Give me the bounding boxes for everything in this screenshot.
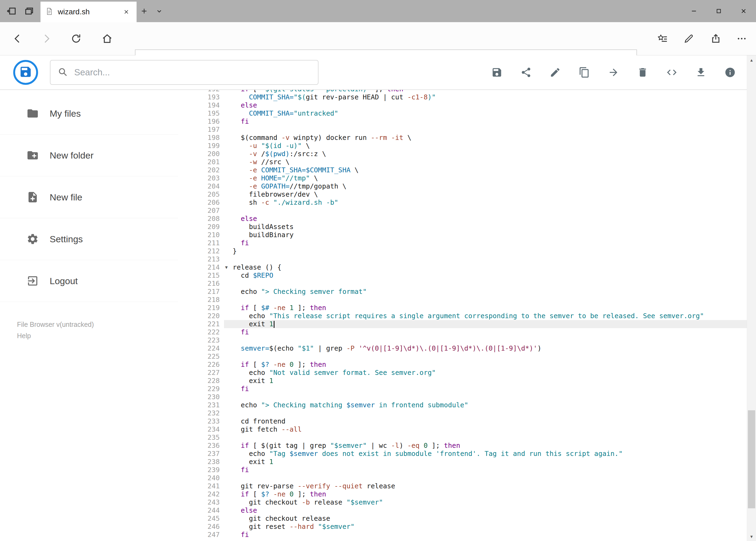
scroll-up-arrow-icon[interactable]: ▲ <box>747 55 756 65</box>
code-line-215[interactable]: 215 cd $REPO <box>178 271 747 279</box>
code-line-243[interactable]: 243 git checkout -b release "$semver" <box>178 498 747 506</box>
code-line-201[interactable]: 201 -w //src \ <box>178 158 747 166</box>
maximize-button[interactable] <box>706 0 731 22</box>
code-line-220[interactable]: 220 echo "This release script requires a… <box>178 312 747 320</box>
code-line-242[interactable]: 242 if [ $? -ne 0 ]; then <box>178 490 747 498</box>
code-line-219[interactable]: 219 if [ $# -ne 1 ]; then <box>178 304 747 312</box>
code-line-244[interactable]: 244 else <box>178 506 747 515</box>
save-icon[interactable] <box>488 60 506 85</box>
edit-icon[interactable] <box>547 60 564 85</box>
code-line-199[interactable]: 199 -u "$(id -u)" \ <box>178 142 747 150</box>
code-line-227[interactable]: 227 echo "Not valid semver format. See s… <box>178 369 747 377</box>
code-line-196[interactable]: 196 fi <box>178 118 747 126</box>
code-line-195[interactable]: 195 COMMIT_SHA="untracked" <box>178 109 747 118</box>
annotate-pen-icon[interactable] <box>681 31 697 47</box>
move-icon[interactable] <box>605 60 622 85</box>
code-line-223[interactable]: 223 <box>178 336 747 344</box>
code-line-214[interactable]: 214▾release () { <box>178 264 747 271</box>
share-page-icon[interactable] <box>708 31 724 47</box>
fold-marker-icon[interactable]: ▾ <box>225 264 228 271</box>
code-line-197[interactable]: 197 <box>178 126 747 134</box>
help-link[interactable]: Help <box>17 330 94 341</box>
refresh-button[interactable] <box>68 31 84 47</box>
code-line-238[interactable]: 238 exit 1 <box>178 458 747 466</box>
code-line-207[interactable]: 207 <box>178 207 747 215</box>
delete-icon[interactable] <box>634 60 651 85</box>
code-editor[interactable]: 192 if [ "$(git status --porcelain)" ]; … <box>178 90 747 541</box>
code-text: fi <box>224 466 747 474</box>
search-box[interactable] <box>50 60 319 85</box>
tab-close-icon[interactable] <box>121 6 132 17</box>
browser-tab[interactable]: wizard.sh <box>41 2 136 22</box>
code-line-229[interactable]: 229 fi <box>178 385 747 393</box>
code-line-203[interactable]: 203 -e HOME="//tmp" \ <box>178 174 747 182</box>
code-line-235[interactable]: 235 <box>178 433 747 442</box>
code-line-202[interactable]: 202 -e COMMIT_SHA=$COMMIT_SHA \ <box>178 166 747 174</box>
code-line-236[interactable]: 236 if [ $(git tag | grep "$semver" | wc… <box>178 442 747 450</box>
code-line-213[interactable]: 213 <box>178 255 747 264</box>
code-line-234[interactable]: 234 git fetch --all <box>178 425 747 433</box>
code-line-206[interactable]: 206 sh -c "./wizard.sh -b" <box>178 199 747 207</box>
code-line-233[interactable]: 233 cd frontend <box>178 417 747 425</box>
code-line-226[interactable]: 226 if [ $? -ne 0 ]; then <box>178 360 747 369</box>
code-line-192[interactable]: 192 if [ "$(git status --porcelain)" ]; … <box>178 90 747 93</box>
code-line-218[interactable]: 218 <box>178 296 747 304</box>
code-line-228[interactable]: 228 exit 1 <box>178 377 747 385</box>
code-line-247[interactable]: 247 fi <box>178 531 747 539</box>
set-tabs-aside-icon[interactable] <box>4 4 19 19</box>
sidebar-item-my-files[interactable]: My files <box>0 93 178 135</box>
download-icon[interactable] <box>692 60 710 85</box>
code-line-193[interactable]: 193 COMMIT_SHA="$(git rev-parse HEAD | c… <box>178 93 747 101</box>
sidebar-item-settings[interactable]: Settings <box>0 218 178 260</box>
sidebar-item-new-folder[interactable]: New folder <box>0 135 178 176</box>
info-icon[interactable] <box>721 60 739 85</box>
more-options-icon[interactable] <box>734 31 750 47</box>
code-line-246[interactable]: 246 git reset --hard "$semver" <box>178 523 747 531</box>
code-line-241[interactable]: 241 git rev-parse --verify --quiet relea… <box>178 482 747 490</box>
code-line-200[interactable]: 200 -v /$(pwd):/src:z \ <box>178 150 747 158</box>
share-icon[interactable] <box>517 60 535 85</box>
code-line-208[interactable]: 208 else <box>178 215 747 223</box>
page-scrollbar[interactable]: ▲ ▼ <box>747 55 756 541</box>
forward-button[interactable] <box>38 31 55 47</box>
search-input[interactable] <box>74 67 311 78</box>
code-line-239[interactable]: 239 fi <box>178 466 747 474</box>
code-line-240[interactable]: 240 <box>178 474 747 482</box>
copy-icon[interactable] <box>576 60 593 85</box>
code-line-198[interactable]: 198 $(command -v winpty) docker run --rm… <box>178 134 747 142</box>
code-line-211[interactable]: 211 fi <box>178 239 747 247</box>
filebrowser-logo[interactable] <box>13 60 38 85</box>
back-button[interactable] <box>9 31 26 47</box>
code-line-217[interactable]: 217 echo "> Checking semver format" <box>178 287 747 296</box>
code-text: echo "Tag $semver does not exist in subm… <box>224 450 747 458</box>
code-line-225[interactable]: 225 <box>178 352 747 360</box>
code-line-204[interactable]: 204 -e GOPATH=//tmp/gopath \ <box>178 182 747 191</box>
code-line-216[interactable]: 216 <box>178 279 747 287</box>
new-tab-button[interactable] <box>136 4 152 19</box>
code-line-231[interactable]: 231 echo "> Checking matching $semver in… <box>178 401 747 409</box>
code-line-221[interactable]: 221 exit 1 <box>178 320 747 328</box>
switch-view-icon[interactable] <box>663 60 680 85</box>
code-line-222[interactable]: 222 fi <box>178 328 747 336</box>
scroll-down-arrow-icon[interactable]: ▼ <box>747 532 756 541</box>
sidebar-item-logout[interactable]: Logout <box>0 260 178 302</box>
sidebar-item-new-file[interactable]: New file <box>0 176 178 218</box>
code-line-210[interactable]: 210 buildBinary <box>178 231 747 239</box>
code-line-230[interactable]: 230 <box>178 393 747 401</box>
close-button[interactable] <box>731 0 756 22</box>
home-button[interactable] <box>99 31 115 47</box>
code-line-237[interactable]: 237 echo "Tag $semver does not exist in … <box>178 450 747 458</box>
tabs-you-set-aside-icon[interactable] <box>22 4 37 19</box>
scrollbar-thumb[interactable] <box>748 410 755 508</box>
code-line-224[interactable]: 224 semver=$(echo "$1" | grep -P '^v(0|[… <box>178 344 747 352</box>
tab-preview-chevron-icon[interactable] <box>152 4 167 19</box>
line-number: 240 <box>178 474 224 482</box>
code-line-245[interactable]: 245 git checkout release <box>178 515 747 523</box>
minimize-button[interactable] <box>681 0 706 22</box>
code-line-194[interactable]: 194 else <box>178 101 747 109</box>
code-line-212[interactable]: 212} <box>178 247 747 255</box>
code-line-232[interactable]: 232 <box>178 409 747 417</box>
code-line-209[interactable]: 209 buildAssets <box>178 223 747 231</box>
code-line-205[interactable]: 205 filebrowser/dev \ <box>178 191 747 199</box>
hub-favorites-icon[interactable] <box>654 31 671 47</box>
